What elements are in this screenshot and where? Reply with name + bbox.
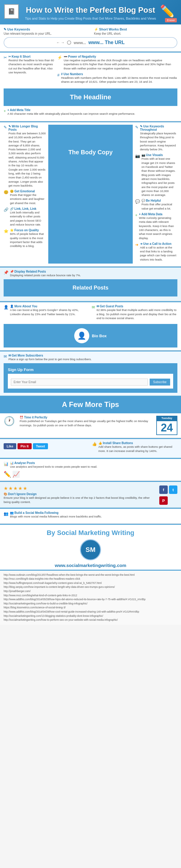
social-following-text: Blogs with more social media followers a… — [10, 515, 102, 518]
longer-posts-title: ✎ Write Longer Blog Posts — [8, 125, 46, 131]
social-following-title: 👥 Build a Social Media Following — [10, 511, 102, 515]
bio-author-icon: 👤 — [4, 305, 8, 316]
keep-short-title: ✂ Keep It Short — [8, 55, 55, 58]
signup-form-container: Sign Up Form Subscribe — [4, 363, 177, 393]
bio-section: 👤 👤 More About You A bio can boost a blo… — [0, 302, 181, 350]
more-about-you-text: A bio can boost a blog post's Google+ sh… — [10, 308, 89, 316]
numbers-icon: # — [57, 73, 60, 84]
notebook-icon: 📓 — [4, 4, 19, 19]
share-tip: 👍 👍 Install Share Buttons Add share butt… — [92, 441, 177, 453]
ref-8: http://socialmarketingwriting.com/how-to… — [4, 602, 177, 606]
calendar-day-name: Tuesday — [156, 416, 177, 421]
ref-1: http://www.outbrain.com/blog/2013/07/hea… — [4, 573, 177, 577]
share-layout: Like Pin It Tweet 👍 👍 Install Share Butt… — [4, 441, 177, 455]
helpful-icon: 💬 — [135, 199, 140, 211]
cta-text: Add a call to action at the end that lin… — [140, 245, 177, 261]
star-4: ★ — [18, 486, 22, 491]
guest-posts-tip: ✉ ✉ Get Guest Posts 62.96% people feel t… — [92, 305, 177, 320]
quality-tip: ⭐ ⭐ Focus on Quality 60% of people belie… — [4, 228, 46, 248]
body-copy-display-box: The Body Copy — [48, 125, 133, 264]
keywords-throughout-text: Strategically place keywords throughout … — [140, 131, 177, 151]
pencil-icon: ✏️ — [160, 4, 175, 19]
url-bar: ← → www... www... The URL — [4, 37, 177, 48]
url-www: www... — [74, 40, 86, 45]
email-input[interactable] — [11, 379, 148, 385]
meta-data-title: + Add Meta Data — [139, 213, 177, 216]
share-tip-title: 👍 Install Share Buttons — [98, 441, 177, 445]
url-tip-left-text: Use relevant keywords in your URL. — [4, 32, 87, 35]
url-section: ✎ Use Keywords Use relevant keywords in … — [0, 25, 181, 52]
quality-title: ⭐ Focus on Quality — [10, 228, 46, 232]
analytics-pencil-icon: ✏️ — [4, 471, 11, 478]
longer-posts-text: Posts that are between 3,000 and 10,000 … — [8, 131, 46, 187]
negativity-text: Use negative superlatives as the click t… — [64, 58, 177, 70]
body-copy-section: ✎ ✎ Write Longer Blog Posts Posts that a… — [0, 122, 181, 267]
scissors-icon: ✂ — [4, 55, 7, 74]
tweet-button[interactable]: Tweet — [33, 443, 48, 449]
design-social-icons: f t P — [159, 484, 177, 505]
brand-logo-text: SM — [86, 546, 96, 554]
share-buttons-row: Like Pin It Tweet — [4, 443, 89, 449]
page-header: 📓 ✏️ Eraser How to Write the Perfect Blo… — [0, 0, 181, 25]
guest-posts-text: 62.96% people feel that multiple authors… — [97, 308, 177, 320]
design-tip-text: Ensure your blog is well designed as peo… — [4, 496, 154, 504]
star-2: ★ — [8, 486, 13, 491]
bio-left: 👤 👤 More About You A bio can boost a blo… — [4, 305, 89, 322]
related-posts-tip: 📌 📌 Display Related Posts Displaying rel… — [4, 270, 177, 277]
footer-brand: By Social Marketing Writing SM www.socia… — [0, 525, 181, 570]
related-posts-icon: 📌 — [4, 270, 8, 277]
ref-4: http://blog.serpiq.com/how-important-is-… — [4, 585, 177, 589]
url-tip-left: ✎ Use Keywords Use relevant keywords in … — [4, 28, 87, 35]
twitter-icon[interactable]: t — [169, 486, 177, 494]
facebook-icon[interactable]: f — [159, 486, 168, 494]
headline-right-area: ⚡ ➖ Power of Negativity Use negative sup… — [57, 55, 177, 86]
keywords-icon: ✎ — [135, 125, 139, 151]
share-buttons-section: Like Pin It Tweet 👍 👍 Install Share Butt… — [0, 439, 181, 458]
star-1: ★ — [4, 486, 8, 491]
few-more-title: A Few More Tips — [4, 400, 177, 409]
analyse-tip: 📊 📊 Analyse Posts Use analytics and keyw… — [4, 461, 177, 469]
bio-box-label: Bio Box — [92, 334, 107, 338]
like-button[interactable]: Like — [4, 443, 16, 449]
share-tip-text: Add share buttons, as posts with share b… — [98, 445, 177, 453]
pinterest-icon[interactable]: P — [159, 496, 168, 505]
meta-title-heading: + Add Meta Title — [7, 108, 135, 112]
analyse-text: Use analytics and keyword tools to creat… — [10, 465, 97, 469]
nav-arrows-icon: ← → — [57, 40, 65, 45]
signup-form-inner: Subscribe — [8, 374, 173, 389]
calendar-box: Tuesday 24 — [156, 416, 177, 435]
clock-icon: 🕐 — [4, 416, 15, 426]
meta-data-tip: + + Add Meta Data Write curiosity genera… — [135, 213, 177, 240]
analyse-title: 📊 Analyse Posts — [10, 461, 97, 465]
design-tip-title: 🎨 Don't Ignore Design — [4, 492, 154, 496]
ref-11: http://socialmarketingwriting.com/13-blo… — [4, 614, 177, 618]
design-layout: ★ ★ ★ ★ ★ 🎨 Don't Ignore Design Ensure y… — [4, 484, 177, 505]
body-copy-left: ✎ ✎ Write Longer Blog Posts Posts that a… — [4, 125, 46, 264]
more-about-you-tip: 👤 👤 More About You A bio can boost a blo… — [4, 305, 89, 316]
meta-title-text: A 60 character meta title with strategic… — [7, 112, 135, 116]
design-text-area: ★ ★ ★ ★ ★ 🎨 Don't Ignore Design Ensure y… — [4, 484, 154, 504]
ref-9: https://blog.kissmetrics.com/science-of-… — [4, 606, 177, 610]
subscribers-icon: ✉ — [4, 354, 7, 361]
ref-6: http://www.moz.com/blog/what-kind-of-con… — [4, 594, 177, 598]
url-tip-right-title: ⚡ Short Works Best — [94, 28, 177, 31]
design-section: ★ ★ ★ ★ ★ 🎨 Don't Ignore Design Ensure y… — [0, 482, 181, 508]
helpful-tip: 💬 💬 Be Helpful Posts that offer practica… — [135, 199, 177, 211]
cta-tip: ➔ ➔ Use a Call to Action Add a call to a… — [135, 242, 177, 261]
analyse-section: 📊 📊 Analyse Posts Use analytics and keyw… — [0, 459, 181, 481]
social-section: 👥 👥 Build a Social Media Following Blogs… — [0, 509, 181, 524]
references-section: http://www.outbrain.com/blog/2013/07/hea… — [0, 570, 181, 625]
url-circle — [67, 40, 71, 45]
pin-button[interactable]: Pin It — [17, 443, 32, 449]
meta-icon: + — [4, 109, 6, 116]
visuals-tip: 📷 📷 Use Visuals Posts with at least one … — [135, 153, 177, 197]
meta-title-tip: + + Add Meta Title A 60 character meta t… — [4, 108, 177, 116]
analytics-bar-icon: 📈 — [12, 471, 20, 478]
analyse-icon: 📊 — [4, 462, 8, 469]
url-display-text: www... The URL — [88, 40, 124, 45]
headline-left-tips: ✂ ✂ Keep It Short Restrict the headline … — [4, 55, 55, 86]
quality-text: 60% of people believe that quality conte… — [10, 232, 46, 248]
subscribe-button[interactable]: Subscribe — [150, 379, 170, 385]
time-tip-text: Posts published on Tuesdays get the most… — [20, 419, 153, 427]
social-icons-row: f t — [159, 486, 177, 494]
